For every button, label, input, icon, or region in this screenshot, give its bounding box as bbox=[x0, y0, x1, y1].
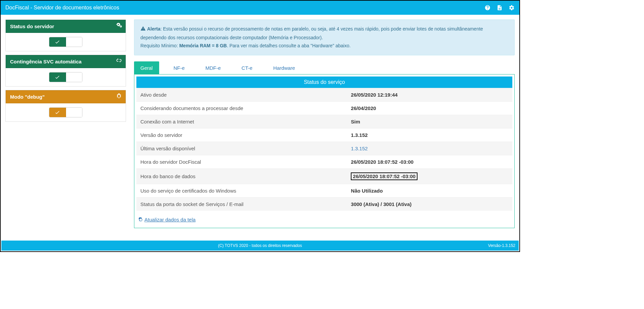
footer-version: Versão-1.3.152 bbox=[488, 243, 515, 248]
refresh-link[interactable]: Atualizar dados da tela bbox=[138, 217, 196, 222]
card-header: Modo "debug" bbox=[6, 90, 126, 103]
row-value: 1.3.152 bbox=[347, 128, 512, 142]
bug-icon bbox=[116, 93, 122, 99]
row-label: Versão do servidor bbox=[136, 128, 347, 142]
topbar: DocFiscal - Servidor de documentos eletr… bbox=[1, 1, 519, 15]
row-label: Uso do serviço de certificados do Window… bbox=[136, 184, 347, 198]
row-label: Ativo desde bbox=[136, 88, 347, 102]
tab-hardware[interactable]: Hardware bbox=[267, 61, 301, 74]
alert-text-2a: Requisito Mínimo: bbox=[140, 43, 179, 48]
tab-bar: Geral NF-e MDF-e CT-e Hardware bbox=[134, 61, 515, 74]
card-modo-debug: Modo "debug" bbox=[5, 90, 126, 122]
panel-title: Status do serviço bbox=[136, 76, 512, 88]
alert-label: Alerta bbox=[147, 26, 160, 32]
row-value: 26/04/2020 bbox=[347, 102, 512, 115]
status-table: Ativo desde26/05/2020 12:19:44Consideran… bbox=[136, 88, 512, 211]
table-row: Hora do banco de dados26/05/2020 18:07:5… bbox=[136, 169, 512, 184]
row-value: Sim bbox=[347, 115, 512, 128]
main-content: Alerta: Esta versão possui o recurso de … bbox=[134, 19, 515, 228]
table-row: Conexão com a InternetSim bbox=[136, 115, 512, 128]
cogs-icon bbox=[116, 22, 122, 28]
refresh-label: Atualizar dados da tela bbox=[144, 217, 196, 222]
alert-text-2c: . Para ver mais detalhes consulte a aba … bbox=[227, 43, 350, 48]
alert-text-1: : Esta versão possui o recurso de proces… bbox=[140, 26, 483, 40]
alert-box: Alerta: Esta versão possui o recurso de … bbox=[134, 19, 515, 55]
topbar-actions bbox=[485, 5, 515, 11]
tab-cte[interactable]: CT-e bbox=[235, 61, 259, 74]
row-value: 26/05/2020 18:07:52 -03:00 bbox=[347, 169, 512, 184]
card-title: Contingência SVC automática bbox=[10, 59, 81, 64]
card-header: Contingência SVC automática bbox=[6, 55, 126, 68]
row-label: Considerando documentos a processar desd… bbox=[136, 102, 347, 115]
card-header: Status do servidor bbox=[6, 20, 126, 33]
table-row: Hora do servidor DocFiscal26/05/2020 18:… bbox=[136, 155, 512, 169]
app-title: DocFiscal - Servidor de documentos eletr… bbox=[5, 5, 119, 11]
warning-icon bbox=[140, 26, 146, 34]
table-row: Considerando documentos a processar desd… bbox=[136, 102, 512, 115]
tab-geral[interactable]: Geral bbox=[134, 61, 159, 74]
tab-mdfe[interactable]: MDF-e bbox=[199, 61, 227, 74]
status-panel: Status do serviço Ativo desde26/05/2020 … bbox=[134, 74, 515, 228]
toggle-contingencia[interactable] bbox=[49, 72, 82, 82]
table-row: Última versão disponível1.3.152 bbox=[136, 142, 512, 155]
row-value: 26/05/2020 12:19:44 bbox=[347, 88, 512, 102]
footer: (C) TOTVS 2020 - todos os direitos reser… bbox=[1, 241, 519, 251]
table-row: Status da porta do socket de Serviços / … bbox=[136, 198, 512, 211]
document-icon[interactable] bbox=[497, 5, 503, 11]
card-title: Status do servidor bbox=[10, 23, 54, 29]
row-value: 3000 (Ativa) / 3001 (Ativa) bbox=[347, 198, 512, 211]
row-label: Conexão com a Internet bbox=[136, 115, 347, 128]
toggle-debug[interactable] bbox=[49, 107, 82, 117]
version-link[interactable]: 1.3.152 bbox=[351, 146, 368, 151]
row-value: Não Utilizado bbox=[347, 184, 512, 198]
page-body: Status do servidor Contingência SVC auto… bbox=[1, 15, 519, 233]
broken-link-icon bbox=[116, 57, 122, 63]
card-body bbox=[6, 68, 126, 86]
boxed-value: 26/05/2020 18:07:52 -03:00 bbox=[351, 172, 417, 180]
row-label: Última versão disponível bbox=[136, 142, 347, 155]
row-label: Hora do servidor DocFiscal bbox=[136, 155, 347, 169]
row-value: 26/05/2020 18:07:52 -03:00 bbox=[347, 155, 512, 169]
footer-copyright: (C) TOTVS 2020 - todos os direitos reser… bbox=[218, 243, 302, 248]
row-label: Hora do banco de dados bbox=[136, 169, 347, 184]
alert-text-2b: Memória RAM = 8 GB bbox=[179, 43, 227, 48]
row-label: Status da porta do socket de Serviços / … bbox=[136, 198, 347, 211]
card-contingencia-svc: Contingência SVC automática bbox=[5, 55, 126, 87]
help-icon[interactable] bbox=[485, 5, 491, 11]
card-status-servidor: Status do servidor bbox=[5, 19, 126, 51]
card-body bbox=[6, 33, 126, 51]
table-row: Ativo desde26/05/2020 12:19:44 bbox=[136, 88, 512, 102]
table-row: Uso do serviço de certificados do Window… bbox=[136, 184, 512, 198]
toggle-status-servidor[interactable] bbox=[49, 37, 82, 47]
row-value[interactable]: 1.3.152 bbox=[347, 142, 512, 155]
sidebar: Status do servidor Contingência SVC auto… bbox=[5, 19, 126, 228]
table-row: Versão do servidor1.3.152 bbox=[136, 128, 512, 142]
gear-icon[interactable] bbox=[509, 5, 515, 11]
tab-nfe[interactable]: NF-e bbox=[167, 61, 191, 74]
card-body bbox=[6, 103, 126, 121]
card-title: Modo "debug" bbox=[10, 94, 45, 100]
